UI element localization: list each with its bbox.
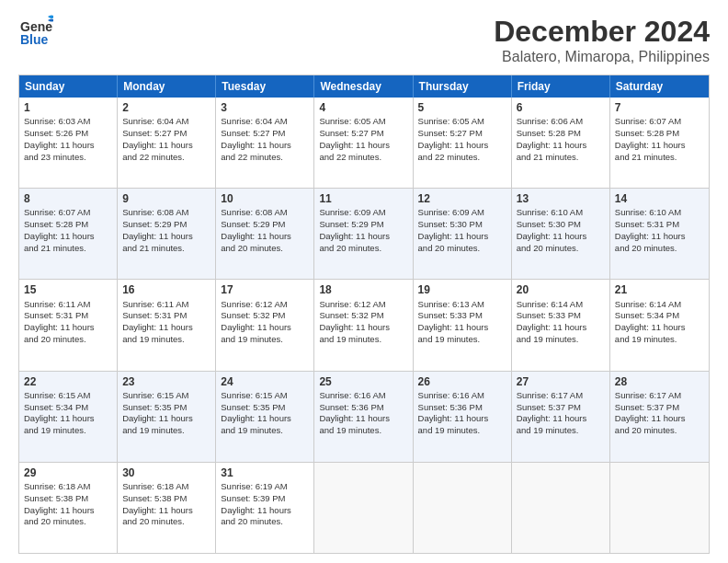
day-1: 1Sunrise: 6:03 AMSunset: 5:26 PMDaylight… — [19, 98, 118, 188]
day-24: 24Sunrise: 6:15 AMSunset: 5:35 PMDayligh… — [216, 372, 314, 462]
header: General Blue December 2024 Balatero, Mim… — [18, 15, 710, 65]
day-17: 17Sunrise: 6:12 AMSunset: 5:32 PMDayligh… — [216, 280, 314, 370]
day-23: 23Sunrise: 6:15 AMSunset: 5:35 PMDayligh… — [118, 372, 216, 462]
logo: General Blue — [18, 15, 53, 50]
day-empty — [610, 463, 709, 553]
day-3: 3Sunrise: 6:04 AMSunset: 5:27 PMDaylight… — [216, 98, 314, 188]
title-block: December 2024 Balatero, Mimaropa, Philip… — [494, 15, 710, 65]
day-16: 16Sunrise: 6:11 AMSunset: 5:31 PMDayligh… — [118, 280, 216, 370]
day-4: 4Sunrise: 6:05 AMSunset: 5:27 PMDaylight… — [314, 98, 413, 188]
week-2: 8Sunrise: 6:07 AMSunset: 5:28 PMDaylight… — [19, 188, 709, 279]
day-12: 12Sunrise: 6:09 AMSunset: 5:30 PMDayligh… — [414, 189, 512, 279]
day-9: 9Sunrise: 6:08 AMSunset: 5:29 PMDaylight… — [118, 189, 216, 279]
day-10: 10Sunrise: 6:08 AMSunset: 5:29 PMDayligh… — [216, 189, 314, 279]
day-2: 2Sunrise: 6:04 AMSunset: 5:27 PMDaylight… — [118, 98, 216, 188]
day-30: 30Sunrise: 6:18 AMSunset: 5:38 PMDayligh… — [118, 463, 216, 553]
day-19: 19Sunrise: 6:13 AMSunset: 5:33 PMDayligh… — [414, 280, 512, 370]
week-3: 15Sunrise: 6:11 AMSunset: 5:31 PMDayligh… — [19, 279, 709, 370]
header-tuesday: Tuesday — [216, 75, 314, 98]
day-empty — [512, 463, 610, 553]
week-1: 1Sunrise: 6:03 AMSunset: 5:26 PMDaylight… — [19, 98, 709, 188]
day-20: 20Sunrise: 6:14 AMSunset: 5:33 PMDayligh… — [512, 280, 610, 370]
day-22: 22Sunrise: 6:15 AMSunset: 5:34 PMDayligh… — [19, 372, 118, 462]
page-subtitle: Balatero, Mimaropa, Philippines — [494, 49, 710, 65]
calendar: Sunday Monday Tuesday Wednesday Thursday… — [18, 75, 710, 554]
day-14: 14Sunrise: 6:10 AMSunset: 5:31 PMDayligh… — [610, 189, 709, 279]
day-6: 6Sunrise: 6:06 AMSunset: 5:28 PMDaylight… — [512, 98, 610, 188]
page: General Blue December 2024 Balatero, Mim… — [0, 0, 728, 563]
logo-icon: General Blue — [18, 15, 53, 50]
day-15: 15Sunrise: 6:11 AMSunset: 5:31 PMDayligh… — [19, 280, 118, 370]
day-27: 27Sunrise: 6:17 AMSunset: 5:37 PMDayligh… — [512, 372, 610, 462]
day-empty — [414, 463, 512, 553]
header-sunday: Sunday — [19, 75, 118, 98]
header-friday: Friday — [512, 75, 610, 98]
day-empty — [314, 463, 413, 553]
header-monday: Monday — [118, 75, 216, 98]
calendar-header: Sunday Monday Tuesday Wednesday Thursday… — [19, 75, 709, 98]
day-13: 13Sunrise: 6:10 AMSunset: 5:30 PMDayligh… — [512, 189, 610, 279]
day-28: 28Sunrise: 6:17 AMSunset: 5:37 PMDayligh… — [610, 372, 709, 462]
week-4: 22Sunrise: 6:15 AMSunset: 5:34 PMDayligh… — [19, 371, 709, 462]
calendar-body: 1Sunrise: 6:03 AMSunset: 5:26 PMDaylight… — [19, 98, 709, 553]
week-5: 29Sunrise: 6:18 AMSunset: 5:38 PMDayligh… — [19, 462, 709, 553]
page-title: December 2024 — [494, 15, 710, 49]
day-8: 8Sunrise: 6:07 AMSunset: 5:28 PMDaylight… — [19, 189, 118, 279]
day-21: 21Sunrise: 6:14 AMSunset: 5:34 PMDayligh… — [610, 280, 709, 370]
header-thursday: Thursday — [414, 75, 512, 98]
day-26: 26Sunrise: 6:16 AMSunset: 5:36 PMDayligh… — [414, 372, 512, 462]
day-25: 25Sunrise: 6:16 AMSunset: 5:36 PMDayligh… — [314, 372, 413, 462]
day-5: 5Sunrise: 6:05 AMSunset: 5:27 PMDaylight… — [414, 98, 512, 188]
day-31: 31Sunrise: 6:19 AMSunset: 5:39 PMDayligh… — [216, 463, 314, 553]
day-11: 11Sunrise: 6:09 AMSunset: 5:29 PMDayligh… — [314, 189, 413, 279]
svg-text:Blue: Blue — [20, 32, 49, 47]
header-wednesday: Wednesday — [314, 75, 413, 98]
day-29: 29Sunrise: 6:18 AMSunset: 5:38 PMDayligh… — [19, 463, 118, 553]
day-18: 18Sunrise: 6:12 AMSunset: 5:32 PMDayligh… — [314, 280, 413, 370]
header-saturday: Saturday — [610, 75, 709, 98]
day-7: 7Sunrise: 6:07 AMSunset: 5:28 PMDaylight… — [610, 98, 709, 188]
